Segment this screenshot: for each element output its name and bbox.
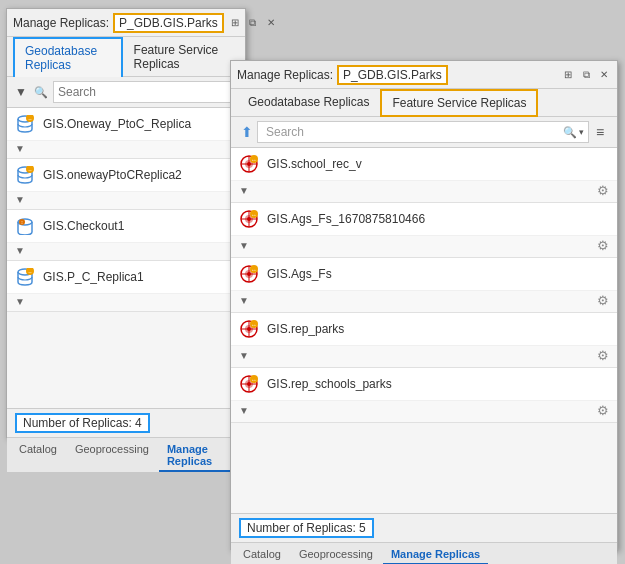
bottom-tabs-2: Catalog Geoprocessing Manage Replicas [231,542,617,564]
replica-db-icon-3: ↔ [15,267,35,287]
replica-fs-icon-3: ↔ [239,319,259,339]
replica-db-icon-2: ↕ [15,216,35,236]
pin-button-1[interactable]: ⊞ [228,16,242,30]
replica-fs-icon-1: ↔ [239,209,259,229]
replica-row-fs-3: ↔ GIS.rep_parks [231,313,617,346]
tab-feature-service-replicas-1[interactable]: Feature Service Replicas [123,37,239,77]
replica-name-0: GIS.Oneway_PtoC_Replica [43,117,237,131]
bottom-tab-manage-replicas-2[interactable]: Manage Replicas [383,545,488,564]
title-db-2: P_GDB.GIS.Parks [337,65,448,85]
list-item: ↔ GIS.school_rec_v ▼ ⚙ [231,148,617,203]
panel-feature-service-replicas: Manage Replicas: P_GDB.GIS.Parks ⊞ ⧉ ✕ G… [230,60,618,550]
panel-geodatabase-replicas: Manage Replicas: P_GDB.GIS.Parks ⊞ ⧉ ✕ G… [6,8,246,438]
svg-text:↔: ↔ [251,212,257,218]
list-item: ↔ GIS.Ags_Fs ▼ ⚙ [231,258,617,313]
svg-text:↔: ↔ [28,167,33,173]
expand-row-fs-0: ▼ ⚙ [231,181,617,202]
pin-button-2[interactable]: ⊞ [561,68,575,82]
list-item: ↔ GIS.P_C_Replica1 ▼ [7,261,245,312]
gear-icon-fs-1[interactable]: ⚙ [597,238,609,253]
replica-row-2: ↕ GIS.Checkout1 [7,210,245,243]
search-dropdown-2[interactable]: ▾ [579,127,584,137]
replica-fs-name-1: GIS.Ags_Fs_1670875810466 [267,212,609,226]
list-item: ↕ GIS.Checkout1 ▼ [7,210,245,261]
title-controls-1: ⊞ ⧉ ✕ [228,16,278,30]
expand-row-1: ▼ [7,192,245,209]
replica-row-fs-2: ↔ GIS.Ags_Fs [231,258,617,291]
expand-row-fs-3: ▼ ⚙ [231,346,617,367]
close-button-2[interactable]: ✕ [597,68,611,82]
bottom-tabs-1: Catalog Geoprocessing Manage Replicas [7,437,245,472]
title-prefix-2: Manage Replicas: [237,68,333,82]
replica-row-1: ↔ GIS.onewayPtoCReplica2 [7,159,245,192]
expand-arrow-fs-4[interactable]: ▼ [239,405,249,416]
status-bar-1: Number of Replicas: 4 [7,408,245,437]
svg-text:↔: ↔ [251,377,257,383]
search-box-2: Search 🔍 ▾ [257,121,589,143]
replica-fs-name-4: GIS.rep_schools_parks [267,377,609,391]
list-item: ↔ GIS.rep_schools_parks ▼ ⚙ [231,368,617,423]
expand-arrow-fs-3[interactable]: ▼ [239,350,249,361]
expand-arrow-fs-1[interactable]: ▼ [239,240,249,251]
replica-list-2: ↔ GIS.school_rec_v ▼ ⚙ [231,148,617,513]
tab-feature-service-replicas-2[interactable]: Feature Service Replicas [380,89,538,117]
bottom-tab-geoprocessing-1[interactable]: Geoprocessing [67,440,157,472]
replica-name-1: GIS.onewayPtoCReplica2 [43,168,237,182]
expand-arrow-0[interactable]: ▼ [15,143,25,154]
replica-row-0: ↔ GIS.Oneway_PtoC_Replica [7,108,245,141]
bottom-tab-geoprocessing-2[interactable]: Geoprocessing [291,545,381,564]
replica-row-fs-1: ↔ GIS.Ags_Fs_1670875810466 [231,203,617,236]
expand-arrow-fs-0[interactable]: ▼ [239,185,249,196]
replica-fs-name-2: GIS.Ags_Fs [267,267,609,281]
bottom-tab-catalog-2[interactable]: Catalog [235,545,289,564]
title-bar-2: Manage Replicas: P_GDB.GIS.Parks ⊞ ⧉ ✕ [231,61,617,89]
bottom-tab-manage-replicas-1[interactable]: Manage Replicas [159,440,241,472]
gear-icon-fs-3[interactable]: ⚙ [597,348,609,363]
list-item: ↔ GIS.Ags_Fs_1670875810466 ▼ ⚙ [231,203,617,258]
search-button-2[interactable]: 🔍 [561,126,579,139]
expand-arrow-1[interactable]: ▼ [15,194,25,205]
svg-text:↔: ↔ [251,267,257,273]
filter-icon-2[interactable]: ⬆ [239,124,255,140]
float-button-2[interactable]: ⧉ [579,68,593,82]
expand-row-fs-4: ▼ ⚙ [231,401,617,422]
replica-fs-name-0: GIS.school_rec_v [267,157,609,171]
search-input-1[interactable] [53,81,239,103]
expand-row-2: ▼ [7,243,245,260]
search-placeholder-2: Search [262,125,561,139]
list-item: ↔ GIS.rep_parks ▼ ⚙ [231,313,617,368]
title-prefix-1: Manage Replicas: [13,16,109,30]
search-bar-2: ⬆ Search 🔍 ▾ ≡ [231,117,617,148]
replica-name-3: GIS.P_C_Replica1 [43,270,237,284]
replica-name-2: GIS.Checkout1 [43,219,237,233]
tab-geodatabase-replicas-1[interactable]: Geodatabase Replicas [13,37,123,77]
title-bar-1: Manage Replicas: P_GDB.GIS.Parks ⊞ ⧉ ✕ [7,9,245,37]
expand-arrow-3[interactable]: ▼ [15,296,25,307]
svg-text:↔: ↔ [28,116,33,122]
expand-arrow-fs-2[interactable]: ▼ [239,295,249,306]
menu-icon-2[interactable]: ≡ [591,123,609,141]
close-button-1[interactable]: ✕ [264,16,278,30]
filter-icon-1[interactable]: ▼ [13,84,29,100]
replica-row-fs-0: ↔ GIS.school_rec_v [231,148,617,181]
svg-text:↔: ↔ [28,269,33,275]
expand-arrow-2[interactable]: ▼ [15,245,25,256]
list-item: ↔ GIS.onewayPtoCReplica2 ▼ [7,159,245,210]
gear-icon-fs-4[interactable]: ⚙ [597,403,609,418]
tab-geodatabase-replicas-2[interactable]: Geodatabase Replicas [237,89,380,117]
status-bar-2: Number of Replicas: 5 [231,513,617,542]
float-button-1[interactable]: ⧉ [246,16,260,30]
expand-row-0: ▼ [7,141,245,158]
expand-row-fs-1: ▼ ⚙ [231,236,617,257]
search-bar-1: ▼ 🔍 [7,77,245,108]
expand-row-fs-2: ▼ ⚙ [231,291,617,312]
title-controls-2: ⊞ ⧉ ✕ [561,68,611,82]
replica-count-1: Number of Replicas: 4 [15,413,150,433]
gear-icon-fs-2[interactable]: ⚙ [597,293,609,308]
gear-icon-fs-0[interactable]: ⚙ [597,183,609,198]
replica-count-2: Number of Replicas: 5 [239,518,374,538]
bottom-tab-catalog-1[interactable]: Catalog [11,440,65,472]
replica-list-1: ↔ GIS.Oneway_PtoC_Replica ▼ ↔ [7,108,245,408]
replica-row-fs-4: ↔ GIS.rep_schools_parks [231,368,617,401]
replica-row-3: ↔ GIS.P_C_Replica1 [7,261,245,294]
